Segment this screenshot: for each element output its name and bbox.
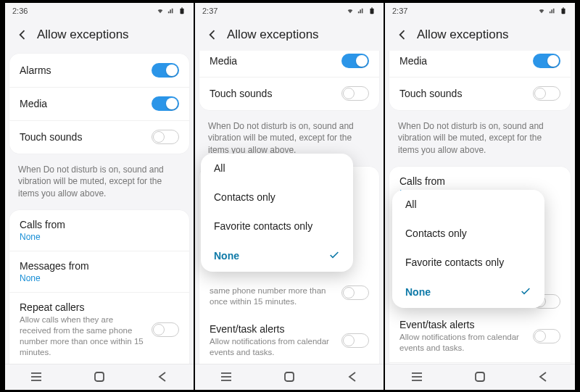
chevron-left-icon	[395, 28, 410, 42]
battery-icon	[559, 7, 568, 14]
popup-option-favorites[interactable]: Favorite contacts only	[392, 248, 544, 277]
back-button[interactable]	[14, 26, 31, 43]
nav-back[interactable]	[154, 369, 170, 385]
event-alerts-toggle[interactable]	[533, 329, 560, 343]
nav-recent[interactable]	[218, 369, 234, 385]
nav-home[interactable]	[472, 369, 488, 385]
event-alerts-toggle[interactable]	[341, 333, 369, 348]
sound-exceptions-card: Media Touch sounds	[199, 51, 379, 110]
signal-icon	[548, 7, 557, 14]
svg-rect-6	[370, 8, 374, 14]
signal-icon	[167, 7, 175, 14]
svg-rect-12	[562, 8, 566, 14]
status-icons	[156, 7, 186, 14]
check-icon	[328, 249, 340, 263]
nav-bar	[385, 364, 575, 390]
touch-sounds-row[interactable]: Touch sounds	[389, 77, 571, 110]
event-alerts-label: Event/task alerts	[399, 319, 527, 330]
clock: 2:37	[202, 7, 218, 15]
back-button[interactable]	[204, 26, 221, 43]
event-alerts-row[interactable]: Event/task alerts Allow notifications fr…	[389, 316, 571, 362]
media-row[interactable]: Media	[9, 87, 189, 120]
svg-rect-17	[476, 372, 484, 381]
event-alerts-label: Event/task alerts	[210, 323, 336, 335]
calls-from-popup: All Contacts only Favorite contacts only…	[392, 190, 544, 308]
media-row[interactable]: Media	[389, 51, 571, 77]
messages-from-row[interactable]: Messages from None	[9, 251, 189, 292]
popup-option-all[interactable]: All	[201, 154, 353, 183]
media-label: Media	[399, 55, 527, 67]
sound-exceptions-card: Alarms Media Touch sounds	[9, 54, 189, 154]
dnd-description: When Do not disturb is on, sound and vib…	[385, 113, 575, 164]
popup-option-favorites[interactable]: Favorite contacts only	[201, 212, 353, 241]
header: Allow exceptions	[5, 19, 194, 51]
popup-option-contacts[interactable]: Contacts only	[392, 219, 544, 248]
calls-from-label: Calls from	[399, 175, 555, 187]
repeat-callers-label: Repeat callers	[20, 301, 146, 313]
messages-from-label: Messages from	[20, 260, 173, 272]
page-title: Allow exceptions	[37, 28, 129, 42]
media-toggle[interactable]	[533, 54, 560, 68]
touch-sounds-label: Touch sounds	[210, 88, 336, 99]
repeat-callers-toggle[interactable]	[341, 285, 369, 300]
alarms-toggle[interactable]	[152, 63, 179, 78]
messages-from-value: None	[20, 273, 173, 283]
svg-rect-1	[181, 7, 183, 8]
svg-rect-5	[95, 372, 104, 381]
status-bar: 2:36	[5, 3, 194, 19]
popup-option-none[interactable]: None	[392, 277, 544, 308]
battery-icon	[368, 7, 376, 14]
media-row[interactable]: Media	[199, 51, 379, 77]
svg-rect-0	[181, 8, 184, 14]
repeat-callers-sub: Allow calls when they are received from …	[20, 314, 146, 358]
popup-option-all[interactable]: All	[392, 190, 544, 219]
media-toggle[interactable]	[152, 96, 179, 111]
event-alerts-sub: Allow notifications from calendar events…	[399, 332, 527, 354]
calls-from-popup: All Contacts only Favorite contacts only…	[201, 154, 353, 272]
status-bar: 2:37	[385, 3, 575, 19]
media-label: Media	[20, 98, 146, 109]
nav-recent[interactable]	[409, 369, 425, 385]
alarms-label: Alarms	[20, 64, 146, 76]
nav-recent[interactable]	[28, 369, 44, 385]
touch-sounds-row[interactable]: Touch sounds	[9, 120, 189, 154]
event-alerts-row[interactable]: Event/task alerts Allow notifications fr…	[199, 314, 379, 364]
nav-home[interactable]	[91, 369, 107, 385]
event-alerts-sub: Allow notifications from calendar events…	[210, 336, 336, 358]
reminders-row[interactable]: Reminders Allow reminders from apps that…	[389, 362, 571, 364]
status-bar: 2:37	[195, 3, 384, 19]
media-toggle[interactable]	[341, 54, 369, 68]
nav-bar	[195, 364, 384, 390]
calls-from-value: None	[20, 232, 173, 242]
clock: 2:37	[392, 7, 407, 15]
nav-home[interactable]	[281, 369, 297, 385]
touch-sounds-toggle[interactable]	[152, 130, 179, 144]
repeat-callers-toggle[interactable]	[152, 322, 179, 337]
touch-sounds-row[interactable]: Touch sounds	[199, 77, 379, 110]
repeat-callers-row[interactable]: Repeat callers Allow calls when they are…	[9, 292, 189, 364]
alarms-row[interactable]: Alarms	[9, 54, 189, 87]
dnd-description: When Do not disturb is on, sound and vib…	[5, 157, 194, 207]
touch-sounds-toggle[interactable]	[341, 86, 369, 101]
touch-sounds-toggle[interactable]	[533, 86, 560, 101]
popup-option-none[interactable]: None	[201, 241, 353, 272]
touch-sounds-label: Touch sounds	[399, 88, 527, 99]
back-button[interactable]	[394, 26, 411, 43]
repeat-callers-sub-partial: same phone number more than once within …	[210, 285, 341, 307]
header: Allow exceptions	[385, 19, 575, 51]
calls-from-label: Calls from	[20, 219, 173, 230]
popup-option-contacts[interactable]: Contacts only	[201, 183, 353, 212]
status-icons	[537, 7, 568, 14]
status-icons	[346, 7, 376, 14]
nav-back[interactable]	[535, 369, 551, 385]
page-title: Allow exceptions	[417, 28, 509, 42]
calls-from-row[interactable]: Calls from None	[9, 210, 189, 251]
nav-back[interactable]	[344, 369, 360, 385]
clock: 2:36	[12, 7, 28, 15]
sound-exceptions-card: Media Touch sounds	[389, 51, 571, 110]
nav-bar	[5, 364, 194, 390]
chevron-left-icon	[205, 28, 220, 42]
phone-screen-3: 2:37 Allow exceptions Media Touch sounds	[385, 3, 575, 390]
wifi-icon	[346, 7, 355, 14]
chevron-left-icon	[15, 28, 30, 42]
